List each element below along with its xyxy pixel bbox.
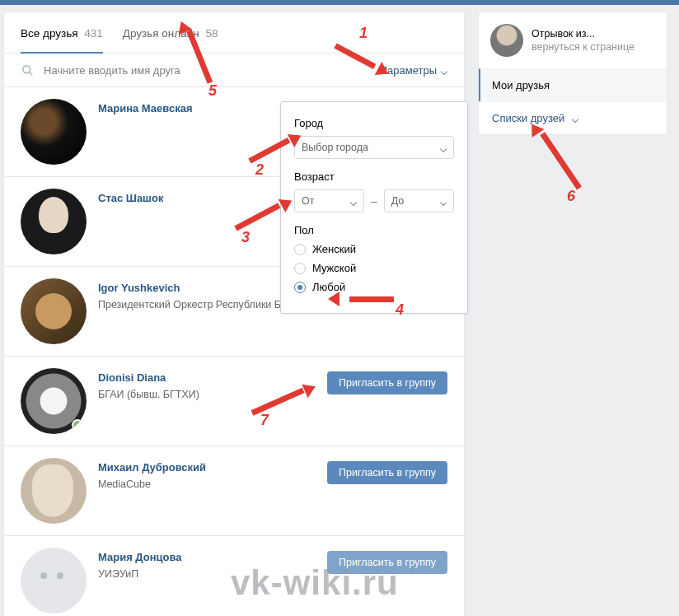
age-from-value: От [302,195,314,207]
gender-female-label: Женский [312,243,356,255]
invite-button[interactable]: Пригласить в группу [327,461,447,484]
online-indicator-icon [72,419,83,431]
avatar[interactable] [21,189,87,254]
friend-subtitle: MediaCube [98,478,327,490]
tab-online-label: Друзья онлайн [123,27,199,40]
filter-age-label: Возраст [294,170,454,183]
chevron-down-icon [440,68,447,75]
tab-online-count: 58 [205,27,218,40]
avatar [490,24,523,57]
radio-icon [294,282,306,293]
search-icon [21,63,34,77]
parameters-toggle[interactable]: Параметры [380,64,447,77]
tab-online-friends[interactable]: Друзья онлайн 58 [123,12,218,53]
svg-line-1 [29,72,32,75]
profile-title: Отрывок из... [531,28,635,40]
friend-subtitle: БГАИ (бывш. БГТХИ) [98,389,327,400]
avatar[interactable] [21,99,87,165]
friend-name[interactable]: Dionisi Diana [98,371,327,384]
gender-any-option[interactable]: Любой [294,281,454,293]
radio-icon [294,244,306,255]
age-range-dash: – [371,195,377,208]
avatar[interactable] [21,278,87,344]
chevron-down-icon [439,198,447,206]
back-to-page-link: вернуться к странице [531,41,635,53]
tab-all-label: Все друзья [21,27,78,40]
search-row: Параметры [4,54,464,87]
chevron-down-icon [571,115,578,123]
chevron-down-icon [349,198,357,206]
age-from-select[interactable]: От [294,189,364,212]
gender-female-option[interactable]: Женский [294,243,454,255]
side-link-my-friends[interactable]: Мои друзья [479,68,667,101]
search-input[interactable] [44,64,380,77]
friend-row: Мария Донцова УИЭУиП Пригласить в группу [4,536,464,616]
tab-all-count: 431 [84,27,103,40]
avatar[interactable] [21,548,87,614]
gender-male-option[interactable]: Мужской [294,262,454,274]
avatar[interactable] [21,368,87,434]
gender-male-label: Мужской [312,262,356,274]
friend-row: Михаил Дубровский MediaCube Пригласить в… [4,446,464,536]
svg-point-0 [22,65,30,72]
invite-button[interactable]: Пригласить в группу [327,551,447,574]
friends-panel: Все друзья 431 Друзья онлайн 58 Параметр… [3,12,465,616]
friend-subtitle: УИЭУиП [98,568,327,580]
friend-lists-label: Списки друзей [492,112,564,124]
filters-dropdown: Город Выбор города Возраст От – До Пол [280,101,468,314]
filter-city-label: Город [294,117,454,129]
tab-all-friends[interactable]: Все друзья 431 [21,12,103,53]
city-select-value: Выбор города [302,142,368,153]
avatar[interactable] [21,458,87,524]
city-select[interactable]: Выбор города [294,136,454,159]
parameters-label: Параметры [380,64,437,77]
friend-row: Dionisi Diana БГАИ (бывш. БГТХИ) Приглас… [4,357,464,446]
radio-icon [294,263,306,274]
sidebar: Отрывок из... вернуться к странице Мои д… [478,12,667,616]
friend-name[interactable]: Михаил Дубровский [98,461,327,474]
profile-block[interactable]: Отрывок из... вернуться к странице [479,12,667,68]
filter-gender-label: Пол [294,224,454,236]
side-link-friend-lists[interactable]: Списки друзей [479,101,667,134]
gender-any-label: Любой [312,281,345,293]
invite-button[interactable]: Пригласить в группу [327,371,447,394]
chevron-down-icon [439,145,447,152]
friend-name[interactable]: Мария Донцова [98,551,327,563]
age-to-select[interactable]: До [384,189,454,212]
tabs: Все друзья 431 Друзья онлайн 58 [4,12,464,54]
age-to-value: До [391,195,405,207]
